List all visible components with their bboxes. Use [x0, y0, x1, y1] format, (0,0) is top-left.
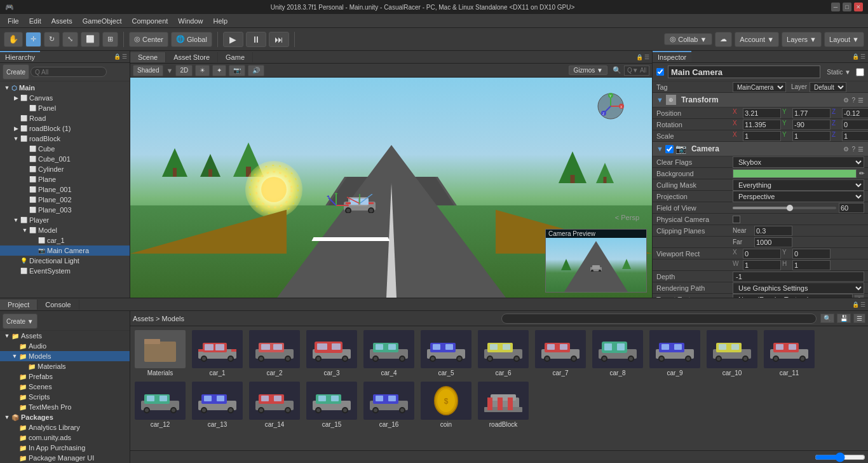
center-btn[interactable]: ◎ Center — [129, 32, 168, 47]
collab-btn[interactable]: ◎ Collab ▼ — [664, 33, 712, 45]
tree-item-eventsystem[interactable]: ⬜ EventSystem — [0, 266, 130, 276]
rot-y-input[interactable] — [792, 120, 831, 130]
asset-item-car7[interactable]: car_7 — [533, 329, 588, 378]
asset-item-car3[interactable]: car_3 — [304, 329, 359, 378]
global-btn[interactable]: 🌐 Global — [171, 32, 212, 47]
hand-tool-btn[interactable]: ✋ — [4, 32, 23, 47]
camera-enabled-checkbox[interactable] — [665, 145, 674, 153]
tree-item-plane003[interactable]: ⬜ Plane_003 — [0, 205, 130, 215]
assets-tree-item-materials[interactable]: 📁 Materials — [0, 361, 130, 371]
project-lock-icon[interactable]: 🔒 — [852, 301, 859, 308]
camera-menu-btn[interactable]: ☰ — [857, 145, 864, 153]
hierarchy-menu-icon[interactable]: ☰ — [122, 53, 127, 60]
fx-btn[interactable]: ✦ — [212, 65, 226, 76]
scene-menu-icon[interactable]: ☰ — [644, 54, 649, 60]
asset-item-car11[interactable]: car_11 — [762, 329, 817, 378]
tree-item-main[interactable]: ▼ ⬡ Main — [0, 83, 130, 93]
assets-tree-item-models[interactable]: ▼ 📁 Models — [0, 351, 130, 361]
culling-mask-select[interactable]: Everything — [733, 179, 864, 191]
assets-tree-item-inapp[interactable]: 📁 In App Purchasing — [0, 443, 130, 453]
tree-item-plane001[interactable]: ⬜ Plane_001 — [0, 184, 130, 195]
tree-item-plane[interactable]: ⬜ Plane — [0, 174, 130, 184]
tree-item-panel[interactable]: ⬜ Panel — [0, 103, 130, 113]
pause-btn[interactable]: ⏸ — [246, 32, 266, 47]
fov-value-input[interactable] — [839, 203, 864, 213]
clear-flags-select[interactable]: Skybox — [733, 156, 864, 168]
assets-save-btn[interactable]: 💾 — [837, 314, 851, 323]
cloud-btn[interactable]: ☁ — [715, 32, 732, 47]
rendering-path-select[interactable]: Use Graphics Settings — [733, 282, 864, 294]
hierarchy-create-btn[interactable]: Create — [3, 64, 29, 79]
lighting-btn[interactable]: ☀ — [195, 65, 210, 76]
vp-x-input[interactable] — [743, 249, 781, 259]
play-btn[interactable]: ▶ — [223, 32, 243, 47]
scale-x-input[interactable] — [743, 131, 781, 141]
background-color-picker-icon[interactable]: ✏ — [859, 170, 864, 177]
scale-tool-btn[interactable]: ⤡ — [62, 32, 78, 47]
asset-item-car10[interactable]: car_10 — [705, 329, 759, 378]
camera-settings-btn[interactable]: ⚙ — [843, 145, 850, 153]
tag-select[interactable]: MainCamera — [733, 82, 786, 92]
asset-item-car5[interactable]: car_5 — [419, 329, 473, 378]
shading-mode-btn[interactable]: Shaded — [133, 65, 163, 76]
game-tab[interactable]: Game — [218, 52, 253, 62]
asset-item-car4[interactable]: car_4 — [362, 329, 416, 378]
assets-tree-item-analytics[interactable]: 📁 Analytics Library — [0, 422, 130, 432]
scene-camera-btn[interactable]: 📷 — [229, 65, 245, 76]
tree-item-cube[interactable]: ⬜ Cube — [0, 144, 130, 154]
scene-lock-icon[interactable]: 🔒 — [636, 54, 643, 60]
asset-item-car14[interactable]: car_14 — [247, 380, 302, 429]
asset-item-materials[interactable]: Materials — [133, 329, 187, 378]
rotate-tool-btn[interactable]: ↻ — [44, 32, 60, 47]
asset-item-car15[interactable]: car_15 — [304, 380, 359, 429]
assets-tree-item-textmesh[interactable]: 📁 TextMesh Pro — [0, 402, 130, 412]
gameobj-active-checkbox[interactable] — [656, 68, 664, 76]
assets-search-input[interactable] — [501, 314, 817, 324]
transform-info-btn[interactable]: ? — [851, 96, 856, 104]
asset-item-car8[interactable]: car_8 — [590, 329, 645, 378]
layer-select[interactable]: Default — [810, 82, 846, 92]
transform-menu-btn[interactable]: ☰ — [857, 96, 864, 104]
scene-tab[interactable]: Scene — [130, 52, 166, 62]
transform-tool-btn[interactable]: ⊞ — [102, 32, 118, 47]
tree-item-cube001[interactable]: ⬜ Cube_001 — [0, 154, 130, 164]
maximize-btn[interactable]: □ — [843, 3, 851, 11]
menu-assets[interactable]: Assets — [46, 16, 78, 26]
move-tool-btn[interactable]: ✛ — [25, 32, 41, 47]
rect-tool-btn[interactable]: ⬜ — [81, 32, 100, 47]
camera-info-btn[interactable]: ? — [851, 145, 856, 153]
menu-window[interactable]: Window — [173, 16, 208, 26]
tree-item-cylinder[interactable]: ⬜ Cylinder — [0, 164, 130, 174]
camera-component-header[interactable]: ▼ 📷 Camera ⚙ ? ☰ — [653, 142, 868, 156]
rot-x-input[interactable] — [743, 120, 781, 130]
assets-tree-item-scripts[interactable]: 📁 Scripts — [0, 392, 130, 402]
asset-item-car2[interactable]: car_2 — [247, 329, 302, 378]
pos-y-input[interactable] — [792, 108, 831, 118]
inspector-tab[interactable]: Inspector — [653, 51, 691, 62]
project-tab[interactable]: Project — [0, 300, 37, 310]
transform-settings-btn[interactable]: ⚙ — [843, 96, 850, 104]
asset-item-coin[interactable]: $ coin — [419, 380, 473, 429]
gizmos-btn[interactable]: Gizmos ▼ — [569, 66, 607, 75]
scale-z-input[interactable] — [842, 131, 868, 141]
asset-item-car13[interactable]: car_13 — [190, 380, 245, 429]
tree-item-road[interactable]: ⬜ Road — [0, 113, 130, 123]
depth-input[interactable] — [733, 272, 864, 282]
fov-slider-thumb[interactable] — [787, 205, 793, 211]
menu-edit[interactable]: Edit — [24, 16, 46, 26]
assets-size-slider[interactable] — [815, 452, 865, 462]
transform-component-header[interactable]: ▼ ⊕ Transform ⚙ ? ☰ — [653, 93, 868, 107]
vp-y-input[interactable] — [792, 249, 831, 259]
asset-item-car12[interactable]: car_12 — [133, 380, 187, 429]
pos-z-input[interactable] — [842, 108, 868, 118]
assets-tree-item-scenes[interactable]: 📁 Scenes — [0, 382, 130, 392]
physical-camera-checkbox[interactable] — [733, 216, 740, 223]
projection-select[interactable]: Perspective — [733, 191, 864, 202]
assets-create-btn[interactable]: Create ▼ — [3, 314, 37, 329]
mute-btn[interactable]: 🔊 — [248, 65, 264, 76]
pos-x-input[interactable] — [743, 108, 781, 118]
asset-item-roadblock[interactable]: roadBlock — [476, 380, 531, 429]
console-tab[interactable]: Console — [37, 300, 79, 310]
tree-item-player[interactable]: ▼ ⬜ Player — [0, 215, 130, 225]
asset-item-car16[interactable]: car_16 — [362, 380, 416, 429]
